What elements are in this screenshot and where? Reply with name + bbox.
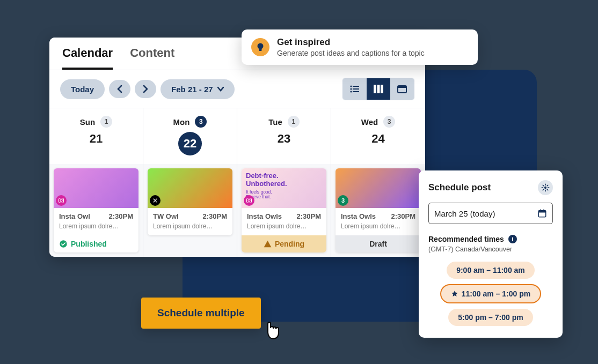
svg-rect-23 (540, 210, 541, 212)
svg-rect-10 (398, 86, 406, 88)
multi-count-chip: 3 (338, 195, 348, 206)
inspire-title: Get inspired (277, 37, 425, 48)
instagram-icon (56, 195, 67, 206)
day-header-mon[interactable]: Mon3 22 (143, 108, 237, 164)
day-header-row: Sun1 21 Mon3 22 Tue1 23 Wed3 24 (49, 108, 425, 164)
timezone-label: (GMT-7) Canada/Vancouver (428, 246, 553, 253)
post-thumbnail: 3 (336, 168, 421, 208)
thumb-headline: Debt-free. Unbothered. (246, 172, 287, 188)
day-count: 3 (195, 116, 207, 128)
day-count: 1 (288, 116, 300, 128)
rec-label-text: Recommended times (428, 235, 504, 243)
post-excerpt: Lorem ipsum dolre… (153, 222, 227, 230)
day-header-tue[interactable]: Tue1 23 (237, 108, 331, 164)
status-pending: Pending (242, 235, 326, 252)
post-thumbnail (54, 168, 138, 208)
post-time: 2:30PM (391, 212, 415, 220)
chevron-right-icon (142, 85, 149, 93)
day-number: 21 (53, 132, 140, 146)
status-published: Published (54, 235, 138, 252)
date-value: March 25 (today) (434, 209, 495, 218)
day-header-wed[interactable]: Wed3 24 (331, 108, 425, 164)
calendar-icon (397, 85, 407, 93)
next-button[interactable] (135, 80, 156, 98)
post-excerpt: Lorem ipsum dolre… (59, 222, 133, 230)
time-slot[interactable]: 5:00 pm – 7:00 pm (448, 309, 533, 326)
svg-rect-19 (259, 49, 262, 51)
post-excerpt: Lorem ipsum dolre… (341, 222, 415, 230)
list-icon (350, 85, 360, 93)
time-slot-label: 11:00 am – 1:00 pm (462, 289, 530, 298)
date-range-label: Feb 21 - 27 (171, 85, 213, 94)
calendar-icon (537, 209, 547, 218)
warning-icon (264, 240, 272, 248)
post-thumbnail: Debt-free. Unbothered. It feels good. Be… (242, 168, 326, 208)
status-label: Draft (369, 240, 387, 248)
schedule-title: Schedule post (428, 182, 491, 193)
lightbulb-icon (251, 38, 269, 56)
get-inspired-popover[interactable]: Get inspired Generate post ideas and cap… (242, 29, 478, 65)
day-label: Wed (361, 117, 378, 127)
svg-point-12 (60, 199, 62, 202)
svg-point-14 (60, 240, 67, 247)
schedule-post-panel: Schedule post March 25 (today) Recommend… (419, 170, 563, 338)
date-range-picker[interactable]: Feb 21 - 27 (161, 79, 235, 99)
post-card[interactable]: TW Owl2:30PM Lorem ipsum dolre… (148, 168, 232, 235)
status-draft: Draft (336, 235, 421, 252)
tab-calendar[interactable]: Calendar (62, 46, 113, 70)
svg-rect-3 (353, 88, 359, 90)
cursor-pointer-icon (261, 321, 283, 344)
day-count: 3 (383, 116, 395, 128)
svg-point-16 (248, 199, 250, 202)
star-icon (451, 290, 458, 298)
post-time: 2:30PM (202, 212, 227, 220)
view-week-button[interactable] (367, 78, 390, 100)
view-month-button[interactable] (390, 78, 414, 100)
svg-point-4 (350, 91, 352, 92)
view-list-button[interactable] (343, 78, 367, 100)
day-header-sun[interactable]: Sun1 21 (49, 108, 143, 164)
day-number: 24 (334, 132, 422, 146)
post-excerpt: Lorem ipsum dolre… (247, 222, 321, 230)
gear-icon (541, 183, 550, 192)
svg-rect-5 (353, 91, 359, 92)
svg-point-0 (350, 85, 352, 87)
svg-point-13 (62, 199, 63, 199)
status-label: Pending (275, 240, 304, 248)
post-card[interactable]: 3 Insta Owls2:30PM Lorem ipsum dolre… Dr… (336, 168, 421, 252)
post-card[interactable]: Insta Owl2:30PM Lorem ipsum dolre… Publi… (54, 168, 138, 252)
day-label: Tue (268, 117, 282, 127)
view-toggle (342, 78, 414, 100)
day-number: 23 (240, 132, 327, 146)
svg-point-2 (350, 88, 352, 90)
post-card[interactable]: Debt-free. Unbothered. It feels good. Be… (242, 168, 326, 252)
post-title: Insta Owl (59, 212, 90, 220)
time-slot-selected[interactable]: 11:00 am – 1:00 pm (440, 284, 541, 303)
schedule-multiple-button[interactable]: Schedule multiple (141, 298, 261, 329)
x-twitter-icon (150, 195, 161, 206)
prev-button[interactable] (109, 80, 130, 98)
columns-icon (374, 85, 383, 93)
day-count: 1 (100, 116, 112, 128)
chevron-left-icon (116, 85, 123, 93)
tab-content[interactable]: Content (130, 46, 174, 70)
post-time: 2:30PM (108, 212, 133, 220)
check-circle-icon (59, 240, 68, 248)
svg-rect-7 (377, 85, 380, 93)
day-label: Mon (173, 117, 190, 127)
post-title: Insta Owls (247, 212, 282, 220)
post-title: TW Owl (153, 212, 179, 220)
time-slot[interactable]: 9:00 am – 11:00 am (447, 262, 535, 279)
calendar-toolbar: Today Feb 21 - 27 (49, 70, 425, 108)
today-button[interactable]: Today (60, 79, 105, 99)
svg-point-17 (250, 199, 251, 199)
settings-button[interactable] (538, 180, 553, 195)
calendar-cards-row: Insta Owl2:30PM Lorem ipsum dolre… Publi… (49, 164, 425, 257)
post-time: 2:30PM (296, 212, 321, 220)
day-number-active: 22 (178, 132, 202, 155)
date-picker-input[interactable]: March 25 (today) (428, 203, 553, 224)
info-icon[interactable]: i (508, 235, 517, 243)
svg-rect-6 (374, 85, 376, 93)
svg-rect-1 (353, 86, 359, 87)
status-label: Published (71, 240, 107, 248)
